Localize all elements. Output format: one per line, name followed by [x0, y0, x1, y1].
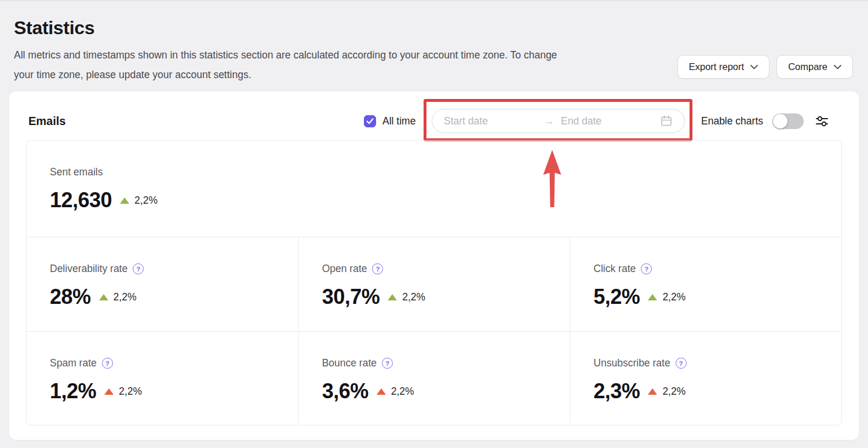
help-icon[interactable]: ? — [641, 263, 652, 274]
compare-label: Compare — [788, 61, 827, 72]
metric-card-bounce-rate: Bounce rate ? 3,6% 2,2% — [298, 331, 570, 424]
help-icon[interactable]: ? — [382, 358, 393, 369]
toggle-knob — [773, 114, 787, 128]
metric-card-unsubscribe-rate: Unsubscribe rate ? 2,3% 2,2% — [570, 331, 841, 424]
metric-label: Open rate — [322, 263, 367, 275]
metric-value: 1,2% — [50, 379, 96, 403]
metrics-grid: Sent emails 12,630 2,2% Deliverability r… — [26, 140, 842, 425]
help-icon[interactable]: ? — [133, 263, 144, 274]
all-time-checkbox[interactable] — [364, 115, 376, 127]
metric-card-spam-rate: Spam rate ? 1,2% 2,2% — [27, 331, 298, 424]
metric-card-open-rate: Open rate ? 30,7% 2,2% — [298, 237, 570, 331]
trend-up-icon — [648, 388, 657, 395]
help-icon[interactable]: ? — [372, 263, 383, 274]
metric-delta: 2,2% — [119, 385, 142, 398]
chevron-down-icon — [750, 65, 758, 69]
metric-delta: 2,2% — [662, 291, 685, 303]
enable-charts-toggle[interactable] — [772, 113, 804, 129]
metric-delta: 2,2% — [391, 385, 414, 398]
all-time-label: All time — [382, 115, 415, 127]
filter-sliders-icon[interactable] — [814, 113, 830, 129]
page-description-line1: All metrics and timestamps shown in this… — [14, 45, 629, 65]
metric-value: 30,7% — [322, 285, 380, 309]
metric-label: Deliverability rate — [50, 263, 127, 275]
metric-value: 5,2% — [593, 285, 640, 309]
section-title: Emails — [28, 115, 65, 128]
start-date-placeholder[interactable]: Start date — [444, 115, 544, 127]
header-actions: Export report Compare — [677, 55, 853, 79]
metric-value: 3,6% — [322, 379, 369, 403]
export-report-button[interactable]: Export report — [677, 55, 769, 79]
metric-label: Spam rate — [50, 357, 97, 369]
compare-button[interactable]: Compare — [776, 55, 853, 79]
metric-value: 2,3% — [593, 379, 640, 403]
checkmark-icon — [366, 118, 374, 124]
chevron-down-icon — [834, 65, 841, 69]
trend-up-icon — [120, 197, 129, 204]
trend-up-icon — [104, 388, 114, 395]
emails-card: Emails All time Start date → End date En… — [9, 91, 859, 440]
trend-up-icon — [99, 294, 108, 300]
all-time-control: All time — [364, 109, 415, 133]
metric-label: Unsubscribe rate — [593, 357, 670, 369]
trend-up-icon — [388, 294, 397, 300]
export-report-label: Export report — [689, 61, 744, 72]
range-arrow-icon: → — [544, 115, 554, 127]
metric-delta: 2,2% — [662, 385, 685, 398]
page-title: Statistics — [14, 17, 94, 39]
enable-charts-control: Enable charts — [701, 109, 830, 133]
date-range-input[interactable]: Start date → End date — [432, 109, 685, 133]
metric-value: 12,630 — [50, 188, 112, 212]
metric-delta: 2,2% — [402, 291, 425, 303]
trend-up-icon — [377, 388, 386, 395]
metric-label: Sent emails — [50, 166, 103, 178]
trend-up-icon — [648, 294, 657, 300]
metric-card-deliverability-rate: Deliverability rate ? 28% 2,2% — [27, 237, 298, 331]
metric-delta: 2,2% — [134, 194, 158, 207]
end-date-placeholder[interactable]: End date — [561, 115, 601, 127]
metric-label: Bounce rate — [322, 357, 377, 369]
calendar-icon[interactable] — [660, 115, 673, 127]
page-description-line2: your time zone, please update your accou… — [14, 65, 629, 85]
metric-delta: 2,2% — [114, 291, 137, 303]
help-icon[interactable]: ? — [102, 358, 113, 369]
metric-label: Click rate — [593, 263, 636, 275]
enable-charts-label: Enable charts — [701, 115, 763, 127]
metric-value: 28% — [50, 285, 91, 309]
help-icon[interactable]: ? — [676, 358, 687, 369]
metric-card-click-rate: Click rate ? 5,2% 2,2% — [570, 237, 841, 331]
page-description: All metrics and timestamps shown in this… — [14, 45, 629, 85]
metric-card-sent-emails: Sent emails 12,630 2,2% — [27, 141, 841, 237]
